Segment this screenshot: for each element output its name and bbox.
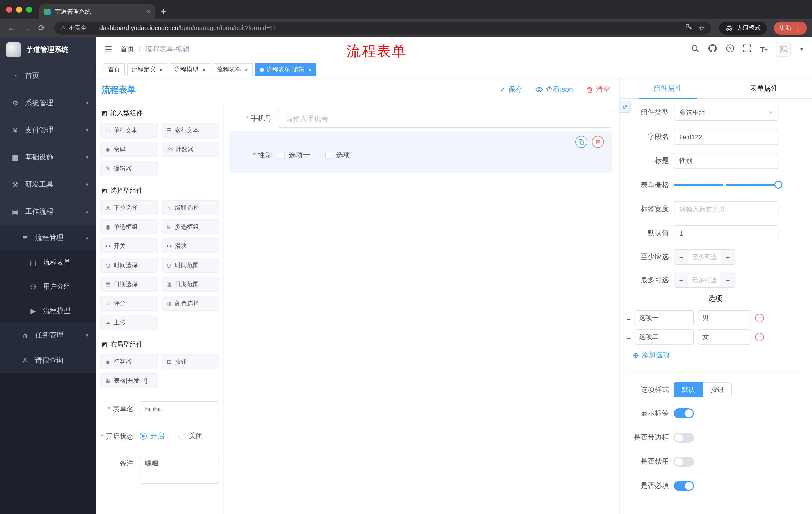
- view-json-button[interactable]: 查看json: [535, 85, 573, 94]
- palette-item-switch[interactable]: ⊶开关: [100, 238, 158, 253]
- form-name-input[interactable]: [140, 401, 219, 416]
- canvas-field-gender-selected[interactable]: 性别 选项一 选项二: [229, 131, 612, 173]
- radio-open[interactable]: 开启: [140, 432, 164, 440]
- sidebar-item-system-mgmt[interactable]: ⚙ 系统管理 ▼: [0, 89, 96, 117]
- zoom-window-button[interactable]: [26, 6, 32, 12]
- tag-close-icon[interactable]: ×: [308, 66, 312, 73]
- bookmark-star-icon[interactable]: ☆: [699, 24, 705, 32]
- search-icon[interactable]: [691, 44, 700, 55]
- palette-item-date-picker[interactable]: ▤日期选择: [100, 277, 158, 292]
- drag-handle-icon[interactable]: ≡: [627, 333, 631, 341]
- forward-icon[interactable]: →: [20, 23, 33, 32]
- checkbox-option-1[interactable]: 选项一: [278, 151, 310, 160]
- plus-button[interactable]: +: [721, 250, 735, 264]
- font-size-icon[interactable]: TT: [760, 45, 767, 54]
- tag-process-model[interactable]: 流程模型 ×: [170, 63, 210, 76]
- security-chip[interactable]: ⚠ 不安全: [60, 24, 87, 32]
- option-value-input[interactable]: [698, 329, 751, 345]
- browser-tab[interactable]: 芋道管理系统 ×: [39, 4, 155, 19]
- palette-item-button[interactable]: ⊞按钮: [162, 354, 219, 369]
- required-switch[interactable]: [674, 481, 694, 491]
- minimize-window-button[interactable]: [16, 6, 22, 12]
- style-button-button[interactable]: 按钮: [703, 382, 732, 397]
- breadcrumb-home[interactable]: 首页: [120, 45, 135, 54]
- drag-handle-icon[interactable]: ≡: [627, 314, 631, 322]
- option-name-input[interactable]: [635, 329, 694, 345]
- palette-item-table[interactable]: ▦表格[开发中]: [100, 373, 158, 388]
- tag-close-icon[interactable]: ×: [202, 66, 205, 73]
- min-select-input[interactable]: [688, 250, 721, 264]
- palette-item-time-range[interactable]: ◶时间范围: [162, 258, 219, 273]
- github-icon[interactable]: [708, 44, 717, 55]
- phone-input[interactable]: [278, 110, 612, 128]
- radio-closed[interactable]: 关闭: [178, 432, 203, 440]
- help-icon[interactable]: ?: [726, 44, 735, 55]
- back-icon[interactable]: ←: [5, 23, 18, 32]
- default-value-input[interactable]: [674, 225, 778, 241]
- disabled-switch[interactable]: [674, 457, 694, 467]
- sidebar-item-dev-tools[interactable]: ⚒ 研发工具 ▼: [0, 171, 96, 198]
- slider-handle[interactable]: [774, 181, 782, 189]
- sidebar-item-workflow[interactable]: ▣ 工作流程 ▲: [0, 198, 96, 225]
- form-canvas[interactable]: 手机号 性别 选项一: [224, 101, 619, 514]
- caret-down-icon[interactable]: ▼: [800, 47, 804, 52]
- form-grid-slider[interactable]: [674, 177, 781, 193]
- palette-item-date-range[interactable]: ▥日期范围: [162, 277, 219, 292]
- new-tab-button[interactable]: +: [161, 7, 166, 16]
- password-key-icon[interactable]: [685, 23, 693, 33]
- tab-component-props[interactable]: 组件属性: [619, 78, 716, 98]
- avatar[interactable]: [776, 42, 791, 57]
- palette-item-color-picker[interactable]: ◍颜色选择: [162, 296, 219, 311]
- palette-item-time-picker[interactable]: ◷时间选择: [100, 258, 158, 273]
- palette-item-rate[interactable]: ☆评分: [100, 296, 158, 311]
- remove-option-button[interactable]: −: [755, 333, 764, 341]
- fullscreen-icon[interactable]: [744, 44, 751, 54]
- add-option-button[interactable]: ⊕ 添加选项: [633, 351, 812, 360]
- palette-item-checkbox-group[interactable]: ☑多选框组: [162, 219, 219, 234]
- palette-item-cascader[interactable]: ⋔级联选择: [162, 200, 219, 215]
- sidebar-item-leave-query[interactable]: ♙ 请假查询: [0, 348, 96, 373]
- tag-home[interactable]: 首页: [104, 63, 125, 76]
- palette-item-slider[interactable]: ⊷滑块: [162, 238, 219, 253]
- sidebar-item-process-form[interactable]: ▤ 流程表单: [0, 250, 96, 275]
- minus-button[interactable]: −: [674, 250, 688, 264]
- label-width-input[interactable]: [674, 201, 778, 217]
- tag-process-form-edit[interactable]: 流程表单-编辑 ×: [255, 63, 316, 76]
- browser-update-button[interactable]: 更新 ⋮: [774, 21, 807, 34]
- url-bar[interactable]: ⚠ 不安全 dashboard.yudao.iocoder.cn/bpm/man…: [54, 21, 711, 34]
- palette-item-upload[interactable]: ☁上传: [100, 315, 158, 330]
- link-tag-icon[interactable]: [619, 101, 631, 113]
- sidebar-logo[interactable]: 芋道管理系统: [0, 37, 96, 62]
- palette-item-password[interactable]: ◈密码: [100, 142, 158, 157]
- tag-close-icon[interactable]: ×: [159, 66, 163, 73]
- show-label-switch[interactable]: [674, 408, 694, 418]
- checkbox-option-2[interactable]: 选项二: [325, 151, 357, 160]
- sidebar-item-user-group[interactable]: ⚇ 用户分组: [0, 275, 96, 299]
- palette-item-radio-group[interactable]: ◉单选框组: [100, 219, 158, 234]
- palette-item-multi-line-text[interactable]: ☰多行文本: [162, 123, 219, 138]
- component-type-select[interactable]: 多选框组 ▼: [674, 105, 778, 121]
- remove-option-button[interactable]: −: [755, 314, 764, 322]
- tab-form-props[interactable]: 表单属性: [716, 78, 812, 98]
- close-window-button[interactable]: [6, 6, 12, 12]
- sidebar-item-task-mgmt[interactable]: ⋔ 任务管理 ▼: [0, 323, 96, 348]
- form-remark-input[interactable]: 嘿嘿: [140, 456, 219, 484]
- browser-menu-icon[interactable]: ⋮: [795, 24, 802, 32]
- hamburger-icon[interactable]: ☰: [105, 44, 112, 55]
- tag-close-icon[interactable]: ×: [245, 66, 248, 73]
- title-input[interactable]: [674, 153, 778, 169]
- palette-item-select[interactable]: ◎下拉选择: [100, 200, 158, 215]
- border-switch[interactable]: [674, 433, 694, 442]
- tab-close-icon[interactable]: ×: [147, 8, 151, 15]
- sidebar-item-infrastructure[interactable]: ▤ 基础设施 ▼: [0, 144, 96, 171]
- palette-item-row-container[interactable]: ▣行容器: [100, 354, 158, 369]
- canvas-field-phone[interactable]: 手机号: [229, 110, 612, 128]
- palette-item-single-line-text[interactable]: ▭单行文本: [100, 123, 158, 138]
- reload-icon[interactable]: ⟳: [35, 23, 48, 33]
- delete-item-button[interactable]: [592, 136, 604, 148]
- palette-item-counter[interactable]: 123计数器: [162, 142, 219, 157]
- palette-item-editor[interactable]: ✎编辑器: [100, 161, 158, 176]
- save-button[interactable]: ✓ 保存: [500, 85, 522, 94]
- option-name-input[interactable]: [635, 310, 694, 325]
- tag-process-definition[interactable]: 流程定义 ×: [127, 63, 167, 76]
